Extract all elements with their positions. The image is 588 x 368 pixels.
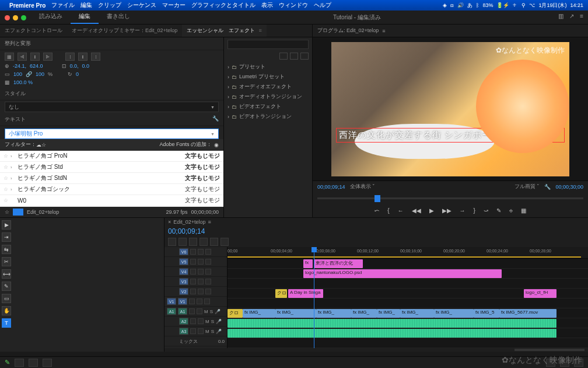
track-a1[interactable] [228,318,588,328]
voice-icon[interactable]: 🎤 [216,329,222,334]
razor-tool[interactable]: ✂ [2,257,11,266]
lock-icon[interactable] [190,328,196,334]
zoom-slider[interactable] [514,349,584,351]
track-target[interactable]: V2 [179,288,188,295]
eye-icon[interactable] [205,259,211,265]
star-icon[interactable]: ☆ [4,164,8,170]
eye-icon[interactable] [204,298,210,304]
transport-btn-4[interactable]: ▶ [429,207,434,214]
transport-btn-9[interactable]: ✎ [496,207,501,214]
playhead[interactable] [314,247,314,348]
rectangle-tool[interactable]: ▭ [2,294,11,303]
effects-folder[interactable]: ›🗀オーディオエフェクト [224,82,312,92]
dropbox-icon[interactable]: ⧈ [450,2,454,9]
panel-menu-icon[interactable]: ≡ [208,219,211,225]
track-header-v4[interactable]: V4 [164,267,227,277]
star-icon[interactable]: ☆ [4,153,8,159]
transport-btn-11[interactable]: ▦ [521,207,526,214]
track-target[interactable]: V4 [179,268,188,275]
clip[interactable]: fx IMG_ [434,309,474,318]
panel-menu-icon[interactable]: ≡ [259,27,262,33]
clip[interactable]: fx IMG_ [243,309,275,318]
sync-lock-icon[interactable] [198,289,204,294]
time-ruler[interactable]: 00;0000;00;04;0000;00;08;0000;00;12;0000… [228,247,588,259]
wifi-icon[interactable]: ᯤ [513,2,518,8]
effects-search-input[interactable] [228,40,309,49]
close-button[interactable] [5,15,10,20]
transport-btn-7[interactable]: } [474,207,475,214]
menu-clip[interactable]: クリップ [98,1,121,9]
transport-btn-0[interactable]: ⤺ [374,207,379,214]
track-header-v5[interactable]: V5 [164,257,227,267]
sync-lock-icon[interactable] [198,279,204,284]
filter-star-icon[interactable]: ☆ [41,142,46,148]
wrench-icon[interactable]: 🔧 [212,116,219,121]
project-bin-item[interactable]: ☆ Edit_02+telop 29.97 fps 00;00;00;00 [0,207,223,217]
track-target[interactable]: V1 [178,298,187,305]
font-list[interactable]: ☆›ヒラギノ角ゴ ProN文字もじモジ☆›ヒラギノ角ゴ Std文字もじモジ☆›ヒ… [0,151,223,207]
effects-folder[interactable]: ›🗀ビデオエフェクト [224,102,312,112]
lock-icon[interactable] [190,259,196,265]
eye-icon[interactable] [205,279,211,284]
wrench-icon[interactable]: 🔧 [544,184,551,190]
transport-btn-8[interactable]: ⤻ [484,207,488,214]
mute-toggle[interactable]: M [205,319,209,324]
control-center-icon[interactable]: ⌥ [529,2,535,8]
clip[interactable]: fx IMG_ [351,309,377,318]
track-v5[interactable]: logo_nantonaku/LOGO.psd [228,269,588,279]
voice-icon[interactable]: 🎤 [215,309,220,314]
track-v1[interactable]: クロfx IMG_fx IMG_fx IMG_fx IMG_fx IMG_fx … [228,308,588,318]
font-row[interactable]: ☆›ヒラギノ角ゴ StdN文字もじモジ [0,173,223,184]
menu-window[interactable]: ウィンドウ [279,1,308,9]
lock-icon[interactable] [190,279,196,284]
source-patch[interactable]: A1 [167,308,176,315]
spotlight-icon[interactable]: ⚲ [522,2,526,8]
settings-icon[interactable] [200,238,208,246]
effects-folder[interactable]: ›🗀Lumetri プリセット [224,72,312,82]
fx-yuv-icon[interactable] [300,53,309,60]
fit-dropdown[interactable]: 全体表示 ˅ [350,183,376,190]
star-icon[interactable]: ☆ [4,197,8,203]
bluetooth-icon[interactable]: ᛒ [476,2,479,8]
app-name[interactable]: Premiere Pro [9,2,46,9]
clip[interactable]: クロ [275,289,287,298]
track-select-tool[interactable]: ⇥ [2,232,11,242]
track-v4[interactable] [228,279,588,289]
fx-accel-icon[interactable] [279,53,288,60]
clip[interactable]: logo_nantonaku/LOGO.psd [303,269,502,278]
lock-icon[interactable] [190,249,196,255]
clip[interactable] [228,319,556,328]
pen-icon[interactable]: ✎ [5,359,10,366]
track-target[interactable]: A2 [179,318,188,325]
star-icon[interactable]: ☆ [4,175,8,181]
sync-lock-icon[interactable] [198,318,204,324]
volume-icon[interactable]: 🔊 [457,2,464,8]
source-patch[interactable]: V1 [167,298,176,305]
program-timecode[interactable]: 00;00;09;14 [317,184,345,190]
linked-sel-icon[interactable] [178,238,187,246]
adobe-fonts-icon[interactable]: ◉ [214,142,219,148]
menu-view[interactable]: 表示 [261,1,273,9]
solo-toggle[interactable]: S [210,309,213,314]
maximize-button[interactable] [21,15,26,20]
scale-h[interactable]: 100 [36,71,44,77]
snap-icon[interactable] [168,238,176,246]
ripple-tool[interactable]: ⇆ [2,245,11,254]
tab-effect-controls[interactable]: エフェクトコントロール [0,25,67,37]
align-left-icon[interactable]: ▦ [5,53,14,61]
menu-marker[interactable]: マーカー [162,1,186,9]
lock-icon[interactable] [190,289,196,294]
clip[interactable]: fx IMG_5 [474,309,499,318]
anchor-x[interactable]: 0.0, [70,63,79,69]
program-canvas[interactable]: ✿なんとなく映像制作 西洋の文化が交差する街 シンガポール [313,37,588,180]
sync-lock-icon[interactable] [198,249,204,255]
menu-file[interactable]: ファイル [51,1,75,9]
timeline-tracks[interactable]: 00;0000;00;04;0000;00;08;0000;00;12;0000… [228,247,588,348]
voice-icon[interactable]: 🎤 [216,319,222,324]
opacity-val[interactable]: 100.0 % [13,79,33,85]
pos-x[interactable]: -24.1, [13,63,26,69]
track-header-v2[interactable]: V2 [164,287,227,297]
transport-btn-1[interactable]: { [387,207,389,214]
clip[interactable]: fx [303,259,313,268]
track-header-a1[interactable]: A1A1MS🎤 [164,307,227,317]
